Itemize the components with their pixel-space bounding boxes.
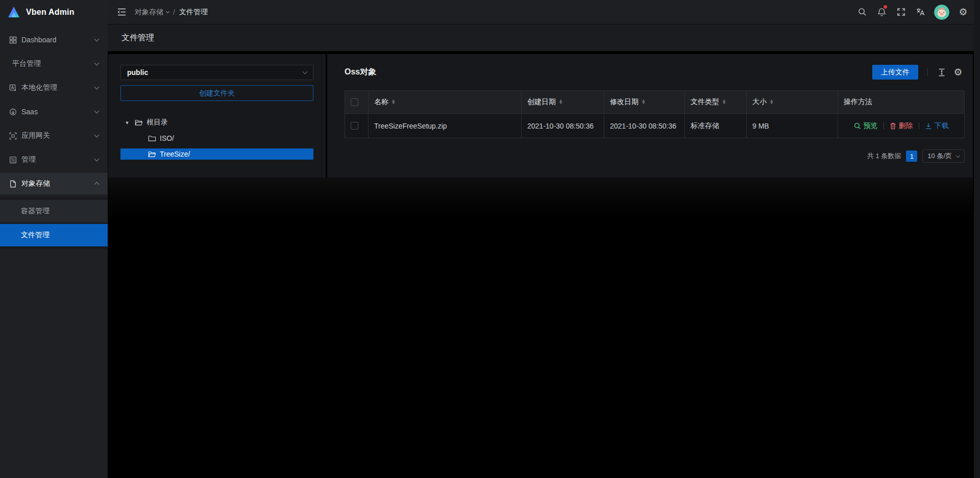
preview-label: 预览 [864, 121, 878, 131]
search-icon[interactable] [852, 0, 872, 24]
bucket-select[interactable]: public [120, 65, 313, 80]
logo[interactable]: Vben Admin [0, 0, 108, 24]
table-settings-gear-icon[interactable]: ⚙ [951, 66, 965, 79]
app-root: Vben Admin Dashboard 平台管理 [0, 0, 980, 478]
magnifier-icon [854, 122, 861, 130]
sidebar-item-dashboard[interactable]: Dashboard [0, 29, 108, 51]
tree-node-label: ISO/ [160, 134, 174, 142]
pagination: 共 1 条数据 1 10 条/页 [345, 149, 965, 163]
page-scrollbar[interactable] [974, 0, 980, 478]
tree-node-root[interactable]: ▾ 根目录 [120, 117, 313, 128]
content-glow [108, 178, 973, 221]
pagination-page-1[interactable]: 1 [906, 150, 917, 162]
notification-bell-icon[interactable] [872, 0, 891, 24]
select-all-checkbox[interactable] [351, 98, 358, 106]
page-title-bar: 文件管理 [108, 24, 980, 52]
chevron-up-icon [94, 182, 100, 187]
folder-open-icon [135, 119, 143, 126]
language-translate-icon[interactable] [911, 0, 930, 24]
sidebar-item-platform[interactable]: 平台管理 [0, 53, 108, 74]
fullscreen-icon[interactable] [891, 0, 911, 24]
sidebar-item-label: Saas [21, 108, 95, 116]
cell-created-date: 2021-10-30 08:50:36 [522, 114, 604, 138]
page-size-select[interactable]: 10 条/页 [922, 149, 965, 163]
breadcrumb-parent[interactable]: 对象存储 [135, 8, 169, 17]
object-storage-submenu: 容器管理 文件管理 [0, 197, 108, 249]
manage-icon [9, 156, 17, 164]
row-actions: 预览 删除 [844, 121, 959, 131]
header-actions: ⚙ [852, 0, 973, 24]
sidebar-item-label: 平台管理 [12, 59, 95, 68]
sort-icon[interactable]: ▲▼ [723, 99, 725, 105]
sidebar-item-gateway[interactable]: 应用网关 [0, 125, 108, 146]
chevron-down-icon [94, 133, 100, 138]
tree-node-label: TreeSize/ [160, 150, 190, 158]
notification-badge [884, 5, 887, 9]
gear-glyph: ⚙ [959, 7, 967, 17]
breadcrumb-current: 文件管理 [179, 8, 208, 17]
chevron-down-icon [956, 153, 960, 157]
sidebar-item-saas[interactable]: Saas [0, 101, 108, 122]
sort-icon[interactable]: ▲▼ [642, 99, 645, 105]
menu-fold-icon[interactable] [116, 7, 127, 17]
sidebar-item-label: Dashboard [21, 36, 95, 44]
folder-open-icon [148, 150, 156, 158]
column-header-name: 名称 [374, 97, 388, 107]
sidebar-item-label: 管理 [21, 155, 95, 164]
file-icon [9, 180, 17, 188]
cell-file-size: 9 MB [747, 114, 838, 138]
page-title: 文件管理 [121, 33, 154, 43]
chevron-down-icon [303, 69, 308, 74]
delete-action[interactable]: 删除 [890, 121, 913, 131]
gear-glyph: ⚙ [953, 67, 962, 77]
sidebar-item-object-storage[interactable]: 对象存储 [0, 173, 108, 194]
oss-object-table: 名称 ▲▼ 创建日期 ▲▼ [345, 90, 965, 138]
row-checkbox[interactable] [351, 122, 358, 130]
oss-panel-header: Oss对象 上传文件 ⚙ [345, 54, 965, 90]
chevron-down-icon [94, 109, 100, 114]
chevron-down-icon [94, 85, 100, 90]
sort-icon[interactable]: ▲▼ [559, 99, 562, 105]
sidebar-item-label: 文件管理 [21, 231, 50, 240]
sort-icon[interactable]: ▲▼ [392, 99, 395, 105]
download-action[interactable]: 下载 [925, 121, 949, 131]
locale-icon [9, 84, 17, 92]
create-folder-button[interactable]: 创建文件夹 [120, 85, 313, 101]
sidebar-item-container-management[interactable]: 容器管理 [0, 200, 108, 222]
sort-icon[interactable]: ▲▼ [770, 99, 773, 105]
tree-node-iso[interactable]: ISO/ [120, 133, 313, 144]
oss-panel: Oss对象 上传文件 ⚙ [327, 54, 973, 178]
column-header-created: 创建日期 [527, 97, 556, 107]
settings-gear-icon[interactable]: ⚙ [953, 0, 973, 24]
tree-expand-caret-icon[interactable]: ▾ [124, 120, 131, 125]
sidebar: Vben Admin Dashboard 平台管理 [0, 0, 108, 478]
folder-tree: ▾ 根目录 [120, 117, 313, 160]
cell-file-type: 标准存储 [685, 114, 747, 138]
chevron-down-icon [94, 61, 100, 66]
breadcrumb-separator: / [173, 8, 175, 16]
main-area: 对象存储 / 文件管理 [108, 0, 980, 478]
sidebar-menu: Dashboard 平台管理 本地化管理 [0, 24, 108, 478]
sidebar-item-localization[interactable]: 本地化管理 [0, 77, 108, 98]
trash-icon [890, 122, 896, 130]
column-header-modified: 修改日期 [610, 97, 639, 107]
bucket-tree-panel: public 创建文件夹 ▾ 根目录 [108, 54, 326, 178]
sidebar-item-file-management[interactable]: 文件管理 [0, 224, 108, 246]
tree-node-treesize[interactable]: TreeSize/ [120, 148, 313, 160]
breadcrumb: 对象存储 / 文件管理 [135, 8, 208, 17]
sidebar-item-label: 应用网关 [21, 131, 95, 140]
saas-cloud-icon [9, 108, 17, 116]
table-header-row: 名称 ▲▼ 创建日期 ▲▼ [345, 91, 965, 114]
row-height-icon[interactable] [935, 66, 948, 79]
oss-panel-title: Oss对象 [345, 67, 376, 78]
dashboard-icon [9, 36, 17, 44]
header: 对象存储 / 文件管理 [108, 0, 980, 24]
sidebar-item-management[interactable]: 管理 [0, 149, 108, 170]
folder-icon [148, 135, 156, 142]
column-header-type: 文件类型 [691, 97, 719, 107]
upload-file-button[interactable]: 上传文件 [872, 65, 918, 80]
tree-node-label: 根目录 [146, 118, 168, 127]
user-avatar[interactable] [934, 5, 949, 20]
pagination-total: 共 1 条数据 [867, 152, 901, 161]
preview-action[interactable]: 预览 [854, 121, 878, 131]
